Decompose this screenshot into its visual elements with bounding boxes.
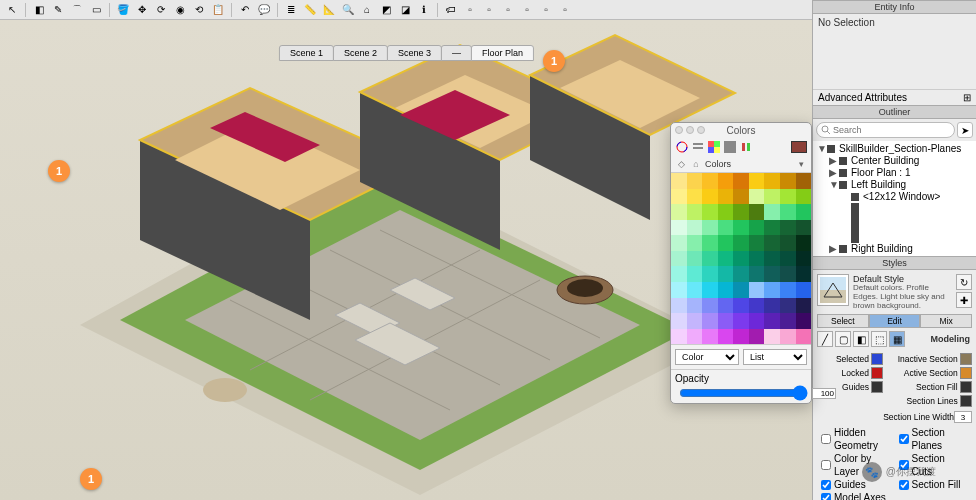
color-swatch[interactable] (718, 282, 734, 298)
fill-tool[interactable]: 🪣 (115, 2, 131, 18)
color-swatch[interactable] (733, 329, 749, 345)
color-swatch[interactable] (780, 329, 796, 345)
color-swatch[interactable] (960, 381, 972, 393)
color-swatch[interactable] (733, 235, 749, 251)
color-swatch[interactable] (749, 220, 765, 236)
styles-header[interactable]: Styles (813, 256, 976, 270)
move-tool[interactable]: ✥ (134, 2, 150, 18)
color-sliders-icon[interactable] (691, 140, 705, 154)
window-controls[interactable] (675, 126, 705, 134)
color-swatch[interactable] (780, 282, 796, 298)
checkbox-section-planes[interactable] (899, 434, 909, 444)
color-swatch[interactable] (671, 220, 687, 236)
color-swatch[interactable] (671, 235, 687, 251)
color-swatch[interactable] (749, 266, 765, 282)
color-swatch[interactable] (764, 329, 780, 345)
tree-item[interactable] (813, 203, 976, 211)
color-swatch[interactable] (671, 266, 687, 282)
opacity-slider[interactable] (679, 388, 808, 398)
checkbox-model-axes[interactable] (821, 493, 831, 500)
colors-window[interactable]: Colors ◇ ⌂ Colors ▾ Color List Opacity (670, 122, 812, 404)
refresh-tool[interactable]: ⟲ (191, 2, 207, 18)
color-swatch[interactable] (671, 173, 687, 189)
home-tool[interactable]: ⌂ (359, 2, 375, 18)
color-swatch[interactable] (718, 251, 734, 267)
tree-item[interactable]: ▶Floor Plan : 1 (813, 167, 976, 179)
tree-item[interactable]: ▼SkillBuilder_Section-Planes (813, 143, 976, 155)
color-swatch[interactable] (733, 204, 749, 220)
nav-dropdown-icon[interactable]: ▾ (795, 158, 807, 170)
color-swatch[interactable] (796, 282, 812, 298)
scene-tab-2[interactable]: Scene 3 (387, 45, 442, 61)
color-swatch[interactable] (960, 353, 972, 365)
color-swatch[interactable] (796, 313, 812, 329)
axis-marker-1[interactable]: 1 (48, 160, 70, 182)
color-swatch[interactable] (671, 313, 687, 329)
color-swatch[interactable] (702, 220, 718, 236)
tree-item[interactable] (813, 211, 976, 219)
speech-tool[interactable]: 💬 (256, 2, 272, 18)
color-swatch[interactable] (764, 313, 780, 329)
color-swatch[interactable] (718, 329, 734, 345)
color-swatch[interactable] (780, 220, 796, 236)
style-new-button[interactable]: ✚ (956, 292, 972, 308)
color-swatch[interactable] (764, 204, 780, 220)
ruler-tool[interactable]: 📐 (321, 2, 337, 18)
color-swatch[interactable] (733, 298, 749, 314)
color-swatch[interactable] (702, 282, 718, 298)
color-swatch[interactable] (749, 173, 765, 189)
arc-tool[interactable]: ⌒ (69, 2, 85, 18)
tree-item[interactable] (813, 235, 976, 243)
zoom-dot[interactable] (697, 126, 705, 134)
tree-item[interactable] (813, 227, 976, 235)
tape-tool[interactable]: 📏 (302, 2, 318, 18)
color-swatch[interactable] (960, 395, 972, 407)
color-swatch[interactable] (796, 329, 812, 345)
color-swatch[interactable] (718, 189, 734, 205)
doc6-tool[interactable]: ▫ (557, 2, 573, 18)
orbit-tool[interactable]: ◉ (172, 2, 188, 18)
tree-item[interactable]: ▶Center Building (813, 155, 976, 167)
doc3-tool[interactable]: ▫ (500, 2, 516, 18)
scene-tab-0[interactable]: Scene 1 (279, 45, 334, 61)
cube2-tool[interactable]: ◪ (397, 2, 413, 18)
color-swatch[interactable] (702, 313, 718, 329)
color-swatch[interactable] (687, 173, 703, 189)
tag-tool[interactable]: 🏷 (443, 2, 459, 18)
info-tool[interactable]: ℹ (416, 2, 432, 18)
outliner-header[interactable]: Outliner (813, 105, 976, 119)
color-swatch[interactable] (718, 313, 734, 329)
zoom-tool[interactable]: 🔍 (340, 2, 356, 18)
clipboard-tool[interactable]: 📋 (210, 2, 226, 18)
color-swatch[interactable] (687, 298, 703, 314)
color-swatch[interactable] (687, 282, 703, 298)
color-swatch[interactable] (764, 251, 780, 267)
outliner-search-button[interactable]: ➤ (957, 122, 973, 138)
color-swatch[interactable] (871, 381, 883, 393)
style-tab-edit[interactable]: Edit (869, 314, 921, 328)
color-name-select[interactable]: Color (675, 349, 739, 365)
color-swatch[interactable] (764, 173, 780, 189)
layers-tool[interactable]: ≣ (283, 2, 299, 18)
color-swatch[interactable] (733, 266, 749, 282)
color-swatch[interactable] (796, 220, 812, 236)
tree-item[interactable] (813, 219, 976, 227)
color-swatch[interactable] (796, 298, 812, 314)
face-settings-icon[interactable]: ▢ (835, 331, 851, 347)
color-swatch[interactable] (796, 235, 812, 251)
edge-settings-icon[interactable]: ╱ (817, 331, 833, 347)
scene-tab-4[interactable]: Floor Plan (471, 45, 534, 61)
checkbox-hidden-geometry[interactable] (821, 434, 831, 444)
style-update-button[interactable]: ↻ (956, 274, 972, 290)
color-swatch[interactable] (671, 189, 687, 205)
color-swatch[interactable] (718, 235, 734, 251)
color-swatch[interactable] (780, 204, 796, 220)
minimize-dot[interactable] (686, 126, 694, 134)
color-swatch[interactable] (780, 313, 796, 329)
color-wheel-icon[interactable] (675, 140, 689, 154)
color-swatch[interactable] (687, 329, 703, 345)
color-swatch[interactable] (749, 329, 765, 345)
color-swatch[interactable] (780, 251, 796, 267)
color-swatch[interactable] (718, 173, 734, 189)
background-settings-icon[interactable]: ◧ (853, 331, 869, 347)
